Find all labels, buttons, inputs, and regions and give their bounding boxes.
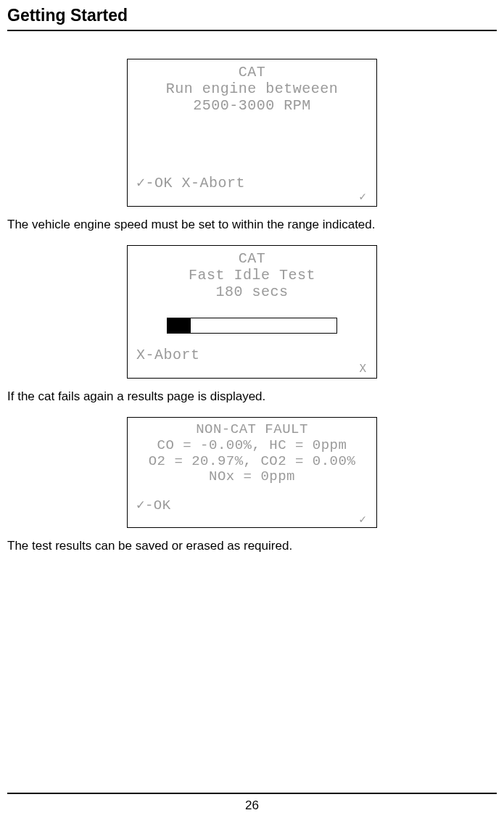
lcd2-progress-wrap [135, 318, 369, 334]
paragraph-3: The test results can be saved or erased … [7, 538, 497, 555]
progress-bar [167, 318, 337, 334]
page-footer: 26 [7, 793, 497, 813]
lcd1-line2: 2500-3000 RPM [135, 97, 369, 114]
lcd1-title: CAT [135, 64, 369, 80]
paragraph-1: The vehicle engine speed must be set to … [7, 217, 497, 234]
lcd3-spacer [135, 485, 369, 498]
page-number: 26 [7, 798, 497, 813]
lcd3-title: NON-CAT FAULT [135, 422, 369, 438]
lcd2-corner-x-icon: X [135, 363, 369, 375]
page-title: Getting Started [7, 6, 497, 30]
lcd1-spacer [135, 114, 369, 175]
lcd-screen-3: NON-CAT FAULT CO = -0.00%, HC = 0ppm O2 … [127, 417, 377, 528]
lcd1-footer: ✓-OK X-Abort [135, 175, 369, 191]
lcd2-footer: X-Abort [135, 347, 369, 363]
footer-rule [7, 793, 497, 794]
paragraph-2: If the cat fails again a results page is… [7, 389, 497, 405]
lcd1-line1: Run engine betweeen [135, 80, 369, 97]
lcd3-line3: NOx = 0ppm [135, 469, 369, 485]
progress-fill [168, 318, 191, 333]
lcd3-line1: CO = -0.00%, HC = 0ppm [135, 438, 369, 454]
lcd-screen-2: CAT Fast Idle Test 180 secs X-Abort X [127, 245, 377, 379]
lcd3-corner-check-icon: ✓ [135, 514, 369, 526]
lcd-screen-1: CAT Run engine betweeen 2500-3000 RPM ✓-… [127, 59, 377, 207]
lcd2-line1: Fast Idle Test [135, 267, 369, 284]
lcd1-corner-check-icon: ✓ [135, 191, 369, 203]
lcd3-footer: ✓-OK [135, 498, 369, 514]
lcd2-line2: 180 secs [135, 284, 369, 300]
lcd3-line2: O2 = 20.97%, CO2 = 0.00% [135, 454, 369, 470]
lcd2-title: CAT [135, 250, 369, 267]
header-rule [7, 30, 497, 31]
